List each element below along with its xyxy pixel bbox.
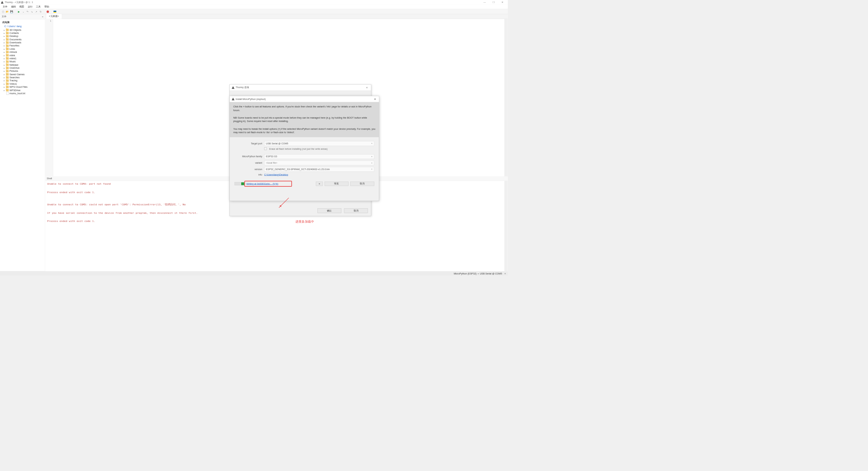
open-file-button[interactable]: 📂	[5, 10, 9, 14]
expand-icon: ▸	[3, 73, 5, 75]
folder-icon	[6, 67, 9, 69]
debug-button[interactable]: ⌄	[21, 10, 25, 14]
expand-icon: ▸	[3, 83, 5, 85]
run-button[interactable]: ▶	[17, 10, 21, 14]
code-editor[interactable]: 1	[45, 19, 508, 176]
status-sep: •	[478, 272, 478, 275]
shell-line: Unable to connect to COM5: could not ope…	[47, 203, 506, 207]
tree-current-path[interactable]: C: \ Users \ tang	[0, 24, 44, 28]
expand-icon: ▸	[3, 77, 5, 79]
tree-folder[interactable]: ▸mlink1	[0, 57, 44, 60]
menubar: 文件 编辑 视图 运行 工具 帮助	[0, 4, 508, 9]
tree-folder[interactable]: ▸Downloads	[0, 41, 44, 44]
folder-icon	[6, 86, 9, 88]
folder-icon	[6, 76, 9, 79]
status-interpreter[interactable]: MicroPython (ESP32)	[454, 272, 477, 275]
tree-folder[interactable]: ▸Favorites	[0, 44, 44, 47]
editor-scrollbar[interactable]	[504, 19, 508, 176]
tree-item-label: Saved Games	[9, 73, 24, 76]
new-file-button[interactable]: ▢	[1, 10, 5, 14]
tree-folder[interactable]: ▸Links	[0, 47, 44, 50]
ua-flag-icon	[54, 11, 56, 13]
tree-item-label: mblock	[9, 51, 17, 54]
folder-icon	[6, 29, 9, 31]
tree-folder[interactable]: ▸Searches	[0, 76, 44, 79]
editor-tab-untitled[interactable]: <无标题>	[46, 14, 62, 19]
folder-icon	[6, 51, 9, 53]
tree-folder[interactable]: ▸mlink	[0, 54, 44, 57]
step-out-button[interactable]: ↗	[35, 10, 38, 14]
tree-folder[interactable]: ▸Videos	[0, 82, 44, 85]
expand-icon: ▸	[3, 32, 5, 34]
shell-line	[47, 186, 506, 190]
tree-file[interactable]: mumu_boot.txt	[0, 92, 44, 95]
expand-icon: ▸	[3, 35, 5, 37]
save-icon: 💾	[10, 10, 13, 13]
shell-scrollbar[interactable]	[504, 181, 508, 271]
shell-line	[47, 199, 506, 203]
tree-folder[interactable]: ▸Netease	[0, 63, 44, 66]
folder-icon	[6, 41, 9, 44]
tree-folder[interactable]: ▸Music	[0, 60, 44, 63]
resume-button[interactable]: ↻	[39, 10, 43, 14]
expand-icon: ▸	[3, 89, 5, 91]
expand-icon: ▸	[3, 70, 5, 72]
status-port[interactable]: USB Serial @ COM5	[480, 272, 502, 275]
folder-icon	[6, 54, 9, 57]
expand-icon: ▸	[3, 54, 5, 56]
tree-folder[interactable]: ▸Desktop	[0, 35, 44, 38]
tree-folder[interactable]: ▸WPSDrive	[0, 88, 44, 91]
thonny-icon	[1, 1, 3, 4]
shell-line: If you have serial connection to the dev…	[47, 211, 506, 215]
menu-edit[interactable]: 编辑	[9, 5, 17, 9]
stop-button[interactable]	[46, 10, 50, 14]
status-menu-button[interactable]: ≡	[504, 272, 506, 275]
folder-icon	[6, 83, 9, 85]
tree-item-label: OneDrive	[9, 67, 20, 69]
folder-icon	[6, 89, 9, 91]
menu-help[interactable]: 帮助	[43, 5, 50, 9]
tree-root[interactable]: 此电脑	[0, 20, 44, 24]
tree-item-label: Desktop	[9, 35, 18, 38]
tree-item-label: Netease	[9, 63, 18, 66]
shell-line: Unable to connect to COM4: port not foun…	[47, 182, 506, 186]
tree-item-label: WPS Cloud Files	[9, 86, 27, 88]
folder-open-icon: 📂	[6, 10, 9, 13]
tree-folder[interactable]: ▸Pictures	[0, 69, 44, 73]
tree-folder[interactable]: ▸WPS Cloud Files	[0, 85, 44, 88]
tree-item-label: WPSDrive	[9, 89, 20, 91]
shell-line	[47, 215, 506, 219]
shell-output[interactable]: Unable to connect to COM4: port not foun…	[45, 181, 508, 271]
support-ukraine-button[interactable]	[53, 10, 57, 14]
bug-icon: ⌄	[22, 10, 24, 13]
file-icon	[6, 92, 9, 95]
expand-icon: ▸	[3, 42, 5, 44]
tree-item-label: Contacts	[9, 32, 19, 35]
save-file-button[interactable]: 💾	[10, 10, 14, 14]
window-close-button[interactable]: ✕	[498, 0, 507, 4]
tree-item-label: Videos	[9, 82, 17, 85]
files-sidebar: 文件 ≡ 此电脑 C: \ Users \ tang ▸3D Objects▸C…	[0, 14, 45, 271]
step-into-button[interactable]: ↘	[30, 10, 34, 14]
menu-tools[interactable]: 工具	[35, 5, 42, 9]
menu-view[interactable]: 视图	[18, 5, 26, 9]
tree-folder[interactable]: ▸Tracing	[0, 79, 44, 82]
sidebar-menu-button[interactable]: ≡	[42, 16, 43, 18]
shell-line	[47, 207, 506, 211]
play-icon: ▶	[18, 10, 20, 13]
expand-icon: ▸	[3, 38, 5, 40]
tree-folder[interactable]: ▸OneDrive	[0, 66, 44, 69]
tree-folder[interactable]: ▸Documents	[0, 38, 44, 41]
tree-item-label: Downloads	[9, 41, 21, 44]
folder-icon	[6, 80, 9, 82]
tree-folder[interactable]: ▸mblock	[0, 50, 44, 54]
tree-folder[interactable]: ▸Saved Games	[0, 73, 44, 76]
menu-run[interactable]: 运行	[26, 5, 34, 9]
tree-folder[interactable]: ▸Contacts	[0, 32, 44, 35]
window-maximize-button[interactable]: ☐	[489, 0, 498, 4]
menu-file[interactable]: 文件	[1, 5, 9, 9]
expand-icon: ▸	[3, 86, 5, 88]
window-minimize-button[interactable]: —	[480, 0, 489, 4]
step-over-button[interactable]: ↷	[26, 10, 29, 14]
tree-folder[interactable]: ▸3D Objects	[0, 28, 44, 32]
